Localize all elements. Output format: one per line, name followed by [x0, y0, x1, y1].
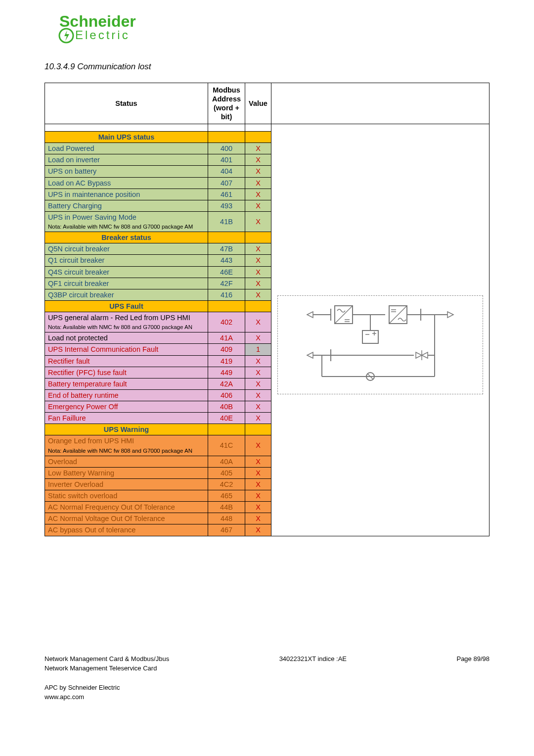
address-cell: 401 — [208, 154, 245, 166]
value-cell: X — [245, 435, 271, 456]
svg-rect-20 — [362, 331, 378, 343]
value-cell: X — [245, 332, 271, 344]
address-cell: 42A — [208, 378, 245, 389]
footer-company: APC by Schneider Electric — [44, 684, 490, 691]
value-cell: X — [245, 478, 271, 490]
value-cell: X — [245, 312, 271, 332]
status-cell: Load on AC Bypass — [45, 177, 208, 189]
value-cell: X — [245, 367, 271, 378]
ups-diagram — [271, 124, 490, 536]
status-cell: Q3BP circuit breaker — [45, 289, 208, 300]
col-header-value: Value — [245, 83, 271, 124]
value-cell: X — [245, 243, 271, 255]
status-cell: UPS general alarm - Red Led from UPS HMI… — [45, 312, 208, 332]
address-cell: 41C — [208, 435, 245, 456]
status-cell: Overload — [45, 456, 208, 467]
status-cell: Low Battery Warning — [45, 467, 208, 478]
value-cell: X — [245, 413, 271, 424]
value-cell: X — [245, 467, 271, 478]
status-cell: Load on inverter — [45, 154, 208, 166]
address-cell: 461 — [208, 189, 245, 200]
address-cell: 406 — [208, 389, 245, 401]
status-cell: AC Normal Voltage Out Of Tolerance — [45, 513, 208, 524]
value-cell: X — [245, 490, 271, 502]
col-header-status: Status — [45, 83, 208, 124]
value-cell: X — [245, 177, 271, 189]
status-cell: Battery Charging — [45, 200, 208, 211]
status-cell: Orange Led from UPS HMINota: Available w… — [45, 435, 208, 456]
footer-left-1: Network Management Card & Modbus/Jbus — [44, 655, 169, 662]
section-title: Breaker status — [45, 232, 208, 243]
address-cell: 42F — [208, 278, 245, 289]
status-cell: UPS on battery — [45, 166, 208, 177]
svg-text:Electric: Electric — [75, 28, 130, 42]
status-cell: Emergency Power Off — [45, 401, 208, 413]
address-cell: 400 — [208, 143, 245, 154]
section-title: UPS Warning — [45, 424, 208, 435]
value-cell: X — [245, 502, 271, 513]
address-cell: 47B — [208, 243, 245, 255]
status-cell: End of battery runtime — [45, 389, 208, 401]
col-header-address: Modbus Address (word + bit) — [208, 83, 245, 124]
svg-marker-18 — [447, 312, 453, 318]
status-cell: Rectifier (PFC) fuse fault — [45, 367, 208, 378]
address-cell: 40A — [208, 456, 245, 467]
svg-marker-25 — [307, 352, 313, 358]
address-cell: 448 — [208, 513, 245, 524]
status-cell: Battery temperature fault — [45, 378, 208, 389]
value-cell: X — [245, 389, 271, 401]
status-cell: Load not protected — [45, 332, 208, 344]
address-cell: 40B — [208, 401, 245, 413]
status-cell: AC bypass Out of tolerance — [45, 524, 208, 536]
address-cell: 407 — [208, 177, 245, 189]
section-heading: 10.3.4.9 Communication lost — [44, 62, 490, 72]
address-cell: 409 — [208, 344, 245, 355]
value-cell: X — [245, 289, 271, 300]
address-cell: 41B — [208, 211, 245, 232]
value-cell: X — [245, 456, 271, 467]
address-cell: 443 — [208, 255, 245, 266]
svg-text:Schneider: Schneider — [59, 12, 136, 30]
section-title: UPS Fault — [45, 300, 208, 312]
footer-page: Page 89/98 — [456, 655, 490, 662]
value-cell: X — [245, 166, 271, 177]
address-cell: 405 — [208, 467, 245, 478]
status-cell: Load Powered — [45, 143, 208, 154]
value-cell: X — [245, 355, 271, 367]
status-cell: Q1 circuit breaker — [45, 255, 208, 266]
address-cell: 467 — [208, 524, 245, 536]
svg-marker-3 — [307, 312, 313, 318]
value-cell: X — [245, 266, 271, 278]
status-cell: UPS Internal Communication Fault — [45, 344, 208, 355]
status-cell: Q5N circuit breaker — [45, 243, 208, 255]
address-cell: 40E — [208, 413, 245, 424]
value-cell: X — [245, 524, 271, 536]
address-cell: 416 — [208, 289, 245, 300]
address-cell: 402 — [208, 312, 245, 332]
value-cell: X — [245, 255, 271, 266]
status-cell: UPS in Power Saving ModeNota: Available … — [45, 211, 208, 232]
value-cell: X — [245, 401, 271, 413]
status-cell: UPS in maintenance position — [45, 189, 208, 200]
status-cell: AC Normal Frequency Out Of Tolerance — [45, 502, 208, 513]
footer-url: www.apc.com — [44, 693, 490, 701]
status-cell: QF1 circuit breaker — [45, 278, 208, 289]
value-cell: X — [245, 143, 271, 154]
address-cell: 419 — [208, 355, 245, 367]
value-cell: 1 — [245, 344, 271, 355]
status-cell: Inverter Overload — [45, 478, 208, 490]
status-cell: Rectifier fault — [45, 355, 208, 367]
address-cell: 4C2 — [208, 478, 245, 490]
status-cell: Q4S circuit breaker — [45, 266, 208, 278]
address-cell: 465 — [208, 490, 245, 502]
value-cell: X — [245, 378, 271, 389]
footer-doc-id: 34022321XT indice :AE — [279, 655, 347, 662]
address-cell: 493 — [208, 200, 245, 211]
value-cell: X — [245, 154, 271, 166]
svg-marker-29 — [416, 352, 422, 358]
schneider-logo: Schneider Electric — [44, 12, 490, 47]
page-footer: Network Management Card & Modbus/Jbus 34… — [44, 655, 490, 701]
address-cell: 449 — [208, 367, 245, 378]
value-cell: X — [245, 278, 271, 289]
value-cell: X — [245, 211, 271, 232]
